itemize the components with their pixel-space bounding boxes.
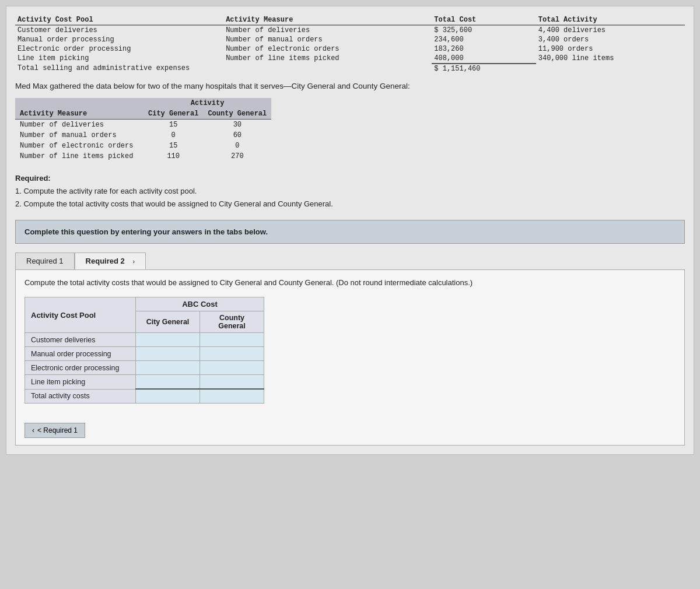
measure-label: Number of deliveries [223,25,432,35]
county-input[interactable] [208,335,255,344]
city-input[interactable] [144,363,191,372]
city-input-cell[interactable] [136,375,200,390]
col3-header: Total Cost [432,15,536,25]
activity-value: 11,900 orders [536,44,685,54]
activity-col-city: City General [144,108,203,120]
abc-table-wrapper: Activity Cost Pool ABC Cost City General… [24,297,264,404]
cost-value: 183,260 [432,44,536,54]
col1-header: Activity Cost Pool [15,15,223,25]
city-input-cell[interactable] [136,389,200,404]
table-row: Customer deliveries [25,333,264,347]
city-input[interactable] [144,335,191,344]
cost-value: 234,600 [432,35,536,44]
pool-label: Line item picking [15,54,223,64]
table-row: Customer deliveries Number of deliveries… [15,25,685,35]
main-container: Activity Cost Pool Activity Measure Tota… [6,6,694,455]
city-input[interactable] [144,392,191,401]
measure-label: Number of electronic orders [223,44,432,54]
abc-row-label: Customer deliveries [25,333,136,347]
table-row: Number of deliveries 15 30 [15,120,271,131]
tab-required2-label: Required 2 [86,257,125,265]
abc-cost-table: Activity Cost Pool ABC Cost City General… [24,297,264,404]
col4-header: Total Activity [536,15,685,25]
activity-value: 3,400 orders [536,35,685,44]
county-value: 60 [203,130,271,141]
abc-header-city: City General [136,311,200,333]
activity-row-header: Activity Measure [15,108,144,120]
required-title: Required: [15,172,685,185]
pool-label: Electronic order processing [15,44,223,54]
required-item2: 2. Compute the total activity costs that… [15,198,685,211]
nav-button-label: < Required 1 [37,426,78,434]
activity-measure-label: Number of electronic orders [15,141,144,151]
tab-instruction: Compute the total activity costs that wo… [24,277,676,289]
table-row: Number of electronic orders 15 0 [15,141,271,151]
activity-measure-label: Number of manual orders [15,130,144,141]
city-value: 15 [144,141,203,151]
county-value: 30 [203,120,271,131]
cost-value: 408,000 [432,54,536,64]
city-input-cell[interactable] [136,361,200,375]
county-input[interactable] [208,363,255,372]
total-row: Total selling and administrative expense… [15,64,685,73]
abc-header-main: ABC Cost [136,297,264,311]
cost-value: $ 325,600 [432,25,536,35]
activity-measure-label: Number of line items picked [15,151,144,162]
abc-header-county: County General [200,311,264,333]
county-value: 0 [203,141,271,151]
abc-row-label: Electronic order processing [25,361,136,375]
top-section: Activity Cost Pool Activity Measure Tota… [15,15,685,73]
table-row: Electronic order processing [25,361,264,375]
tab-chevron-icon: › [132,258,135,265]
measure-label: Number of manual orders [223,35,432,44]
city-input[interactable] [144,349,191,358]
county-input-cell[interactable] [200,333,264,347]
activity-value: 340,000 line items [536,54,685,64]
nav-button-container: ‹ < Required 1 [24,414,676,438]
table-row: Number of line items picked 110 270 [15,151,271,162]
table-row: Line item picking [25,375,264,390]
county-input-cell[interactable] [200,375,264,390]
county-input[interactable] [208,377,255,386]
county-input-cell[interactable] [200,389,264,404]
county-input[interactable] [208,392,255,401]
abc-col-label: Activity Cost Pool [25,297,136,333]
city-value: 15 [144,120,203,131]
tab-required2[interactable]: Required 2 › [75,253,146,269]
city-value: 110 [144,151,203,162]
complete-box-text: Complete this question by entering your … [24,227,268,236]
county-value: 270 [203,151,271,162]
tab-content: Compute the total activity costs that wo… [15,269,685,446]
pool-label: Customer deliveries [15,25,223,35]
city-input[interactable] [144,377,191,386]
table-row: Manual order processing Number of manual… [15,35,685,44]
tabs-container: Required 1 Required 2 › [15,253,685,269]
city-input-cell[interactable] [136,347,200,361]
county-input-cell[interactable] [200,361,264,375]
tab-required1[interactable]: Required 1 [15,253,75,269]
pool-label: Manual order processing [15,35,223,44]
table-row: Manual order processing [25,347,264,361]
required-section: Required: 1. Compute the activity rate f… [15,172,685,211]
abc-row-label: Line item picking [25,375,136,390]
table-row: Number of manual orders 0 60 [15,130,271,141]
col2-header: Activity Measure [223,15,432,25]
abc-row-label: Manual order processing [25,347,136,361]
activity-col-county: County General [203,108,271,120]
required-item1: 1. Compute the activity rate for each ac… [15,185,685,198]
description-text: Med Max gathered the data below for two … [15,80,685,92]
total-cost: $ 1,151,460 [432,64,536,73]
arrow-icon: ‹ [32,426,34,434]
activity-main-header: Activity [144,98,271,108]
total-label: Total selling and administrative expense… [15,64,432,73]
activity-cost-pool-table: Activity Cost Pool Activity Measure Tota… [15,15,685,73]
complete-box: Complete this question by entering your … [15,220,685,244]
total-activity [536,64,685,73]
county-input[interactable] [208,349,255,358]
county-input-cell[interactable] [200,347,264,361]
required1-nav-button[interactable]: ‹ < Required 1 [24,423,85,438]
city-input-cell[interactable] [136,333,200,347]
city-value: 0 [144,130,203,141]
activity-measure-label: Number of deliveries [15,120,144,131]
abc-row-label: Total activity costs [25,389,136,404]
